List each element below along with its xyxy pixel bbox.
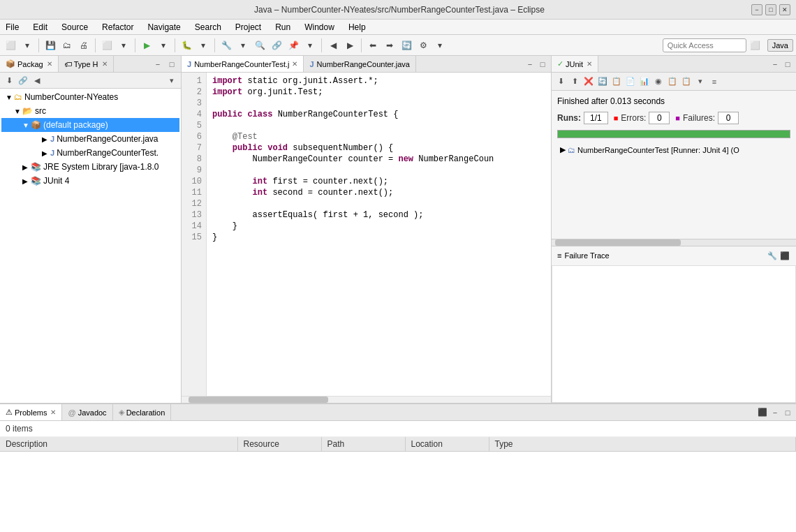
- toolbar-perspectives-button[interactable]: ⬜: [748, 38, 763, 53]
- toolbar-forward-button[interactable]: ▶: [342, 38, 358, 53]
- sidebar-tab-package-close[interactable]: ✕: [47, 60, 52, 68]
- tree-item-junit4[interactable]: ▶ 📚 JUnit 4: [1, 174, 179, 188]
- maximize-button[interactable]: □: [765, 4, 776, 15]
- toolbar-run-button[interactable]: ▶: [139, 38, 154, 53]
- editor-scrollbar[interactable]: [182, 396, 551, 403]
- tree-item-jre[interactable]: ▶ 📚 JRE System Library [java-1.8.0: [1, 160, 179, 174]
- junit-toolbar-btn3[interactable]: ❌: [582, 75, 595, 88]
- junit-scrollbar[interactable]: [552, 239, 796, 246]
- bottom-tab-javadoc[interactable]: @ Javadoc: [62, 404, 112, 420]
- bottom-panel-btn1[interactable]: ⬛: [757, 407, 768, 418]
- toolbar-new-button[interactable]: ⬜: [3, 38, 18, 53]
- menu-source[interactable]: Source: [59, 21, 91, 34]
- close-button[interactable]: ✕: [779, 4, 790, 15]
- toolbar-btn-j[interactable]: ▾: [432, 38, 448, 53]
- junit-toolbar-btn10[interactable]: 📋: [680, 75, 693, 88]
- junit-toolbar-btn1[interactable]: ⬇: [554, 75, 567, 88]
- toolbar-dropdown2[interactable]: ▾: [116, 38, 131, 53]
- toolbar-run-dropdown[interactable]: ▾: [156, 38, 171, 53]
- menu-help[interactable]: Help: [346, 21, 369, 34]
- junit-toolbar-menu[interactable]: ≡: [708, 75, 721, 88]
- toolbar-print-button[interactable]: 🖨: [76, 38, 91, 53]
- editor-minimize-button[interactable]: −: [524, 59, 536, 70]
- editor-tab-close-test[interactable]: ✕: [292, 60, 297, 68]
- editor-scrollbar-thumb[interactable]: [189, 397, 328, 403]
- toolbar-save-all-button[interactable]: 🗂: [59, 38, 75, 53]
- toolbar-btn-i[interactable]: ⚙: [415, 38, 431, 53]
- test-result-item[interactable]: ▶ 🗂 NumberRangeCounterTest [Runner: JUni…: [557, 144, 790, 156]
- sidebar-toolbar-btn1[interactable]: ⬇: [3, 74, 15, 87]
- toolbar-btn-d[interactable]: 🔗: [269, 38, 284, 53]
- menu-project[interactable]: Project: [233, 21, 264, 34]
- junit-content: Finished after 0.013 seconds Runs: 1/1 ■…: [552, 91, 796, 239]
- code-editor[interactable]: 12345 678910 1112131415 import static or…: [182, 73, 551, 396]
- bottom-panel-minimize[interactable]: −: [769, 407, 781, 418]
- junit-toolbar-btn8[interactable]: ◉: [652, 75, 665, 88]
- junit-scrollbar-thumb[interactable]: [555, 239, 681, 246]
- sidebar-toolbar-btn2[interactable]: 🔗: [17, 74, 29, 87]
- sidebar-maximize-button[interactable]: □: [165, 58, 178, 71]
- tree-item-counter[interactable]: ▶ J NumberRangeCounter.java: [1, 132, 179, 146]
- bottom-tab-declaration[interactable]: ◈ Declaration: [113, 404, 172, 420]
- junit-toolbar-btn6[interactable]: 📄: [624, 75, 637, 88]
- toolbar-btn-h[interactable]: 🔄: [399, 38, 414, 53]
- junit-toolbar-btn5[interactable]: 📋: [610, 75, 623, 88]
- toolbar-debug-dropdown[interactable]: ▾: [196, 38, 211, 53]
- toolbar-debug-button[interactable]: 🐛: [179, 38, 194, 53]
- junit-tab-close[interactable]: ✕: [587, 60, 592, 68]
- junit-tab[interactable]: ✓ JUnit ✕: [552, 56, 598, 72]
- bottom-panel-maximize[interactable]: □: [782, 407, 793, 418]
- toolbar-btn-a[interactable]: ⬜: [99, 38, 115, 53]
- toolbar-dropdown4[interactable]: ▾: [302, 38, 318, 53]
- menu-edit[interactable]: Edit: [30, 21, 50, 34]
- line-numbers: 12345 678910 1112131415: [182, 73, 207, 396]
- toolbar-btn-e[interactable]: 📌: [286, 38, 301, 53]
- sidebar-toolbar-menu[interactable]: ▾: [165, 74, 178, 87]
- menu-file[interactable]: File: [3, 21, 22, 34]
- failure-trace-btn2[interactable]: ⬛: [779, 250, 790, 261]
- toolbar-btn-c[interactable]: 🔍: [252, 38, 267, 53]
- tree-item-default-package[interactable]: ▼ 📦 (default package): [1, 118, 179, 132]
- tree-item-counter-test[interactable]: ▶ J NumberRangeCounterTest.: [1, 146, 179, 160]
- toolbar-dropdown1[interactable]: ▾: [20, 38, 35, 53]
- sidebar-minimize-button[interactable]: −: [152, 58, 164, 71]
- toolbar-dropdown3[interactable]: ▾: [235, 38, 251, 53]
- toolbar-btn-b[interactable]: 🔧: [219, 38, 234, 53]
- code-content[interactable]: import static org.junit.Assert.*; import…: [207, 73, 551, 396]
- toolbar-btn-f[interactable]: ⬅: [365, 38, 381, 53]
- bottom-tab-problems-close[interactable]: ✕: [50, 408, 56, 416]
- toolbar-btn-g[interactable]: ➡: [382, 38, 397, 53]
- editor-tab-test[interactable]: J NumberRangeCounterTest.j ✕: [182, 56, 304, 72]
- toolbar-back-button[interactable]: ◀: [325, 38, 341, 53]
- junit-toolbar-dropdown[interactable]: ▾: [694, 75, 707, 88]
- tree-item-project[interactable]: ▼ 🗂 NumberCounter-NYeates: [1, 90, 179, 104]
- junit-minimize-button[interactable]: −: [769, 59, 781, 70]
- java-perspective-button[interactable]: Java: [767, 39, 793, 52]
- sidebar-tab-typeh[interactable]: 🏷 Type H ✕: [59, 56, 114, 72]
- sidebar-tab-package[interactable]: 📦 Packag ✕: [0, 56, 59, 72]
- tree-arrow-counter: ▶: [42, 135, 50, 143]
- junit-toolbar-btn7[interactable]: 📊: [638, 75, 651, 88]
- menu-window[interactable]: Window: [302, 21, 337, 34]
- editor-maximize-button[interactable]: □: [537, 59, 548, 70]
- menu-refactor[interactable]: Refactor: [99, 21, 136, 34]
- toolbar-save-button[interactable]: 💾: [43, 38, 58, 53]
- menu-navigate[interactable]: Navigate: [145, 21, 183, 34]
- tree-item-src[interactable]: ▼ 📂 src: [1, 104, 179, 118]
- sidebar-tab-typeh-label: Type H: [74, 60, 98, 68]
- menu-search[interactable]: Search: [192, 21, 224, 34]
- sidebar-toolbar-btn3[interactable]: ◀: [31, 74, 43, 87]
- menu-run[interactable]: Run: [272, 21, 293, 34]
- table-header-row: Description Resource Path Location Type: [0, 437, 796, 452]
- failure-trace-btn1[interactable]: 🔧: [767, 250, 778, 261]
- quick-access-input[interactable]: [663, 38, 746, 52]
- sidebar: 📦 Packag ✕ 🏷 Type H ✕ − □ ⬇ 🔗 ◀: [0, 56, 182, 403]
- junit-maximize-button[interactable]: □: [782, 59, 793, 70]
- sidebar-tab-typeh-close[interactable]: ✕: [102, 60, 108, 68]
- junit-toolbar-btn2[interactable]: ⬆: [568, 75, 581, 88]
- junit-toolbar-btn4[interactable]: 🔄: [596, 75, 609, 88]
- editor-tab-counter[interactable]: J NumberRangeCounter.java: [304, 56, 415, 72]
- bottom-tab-problems[interactable]: ⚠ Problems ✕: [0, 404, 62, 420]
- minimize-button[interactable]: −: [751, 4, 762, 15]
- junit-toolbar-btn9[interactable]: 📋: [666, 75, 679, 88]
